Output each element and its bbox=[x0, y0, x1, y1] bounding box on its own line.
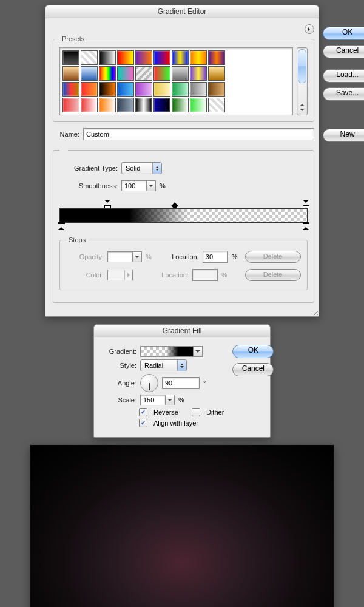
preset-swatch[interactable] bbox=[81, 50, 98, 65]
presets-scrollbar[interactable] bbox=[297, 47, 308, 115]
preset-swatch[interactable] bbox=[172, 50, 189, 65]
name-label: Name: bbox=[53, 131, 79, 138]
presets-flyout-icon[interactable] bbox=[305, 24, 314, 34]
preset-swatch[interactable] bbox=[99, 66, 116, 81]
smoothness-input[interactable] bbox=[121, 180, 156, 191]
dropdown-arrow-icon[interactable] bbox=[146, 180, 156, 191]
gradient-type-value: Solid bbox=[122, 164, 152, 172]
new-button[interactable]: New bbox=[323, 129, 364, 142]
preset-swatch[interactable] bbox=[153, 82, 170, 97]
preset-swatch[interactable] bbox=[135, 82, 152, 97]
preset-swatch[interactable] bbox=[62, 66, 79, 81]
smoothness-value[interactable] bbox=[121, 180, 146, 191]
opacity-value bbox=[107, 251, 132, 262]
cancel-button[interactable]: Cancel bbox=[323, 45, 364, 58]
delete-opacity-stop-button[interactable]: Delete bbox=[245, 251, 301, 263]
preset-swatch[interactable] bbox=[117, 50, 134, 65]
gradient-label: Gradient: bbox=[101, 348, 136, 355]
percent-label: % bbox=[160, 182, 166, 189]
degree-label: ° bbox=[203, 379, 206, 387]
opacity-location-input[interactable] bbox=[203, 251, 228, 263]
angle-input[interactable] bbox=[162, 377, 200, 389]
gradient-fill-title: Gradient Fill bbox=[94, 325, 270, 337]
save-button[interactable]: Save... bbox=[323, 87, 364, 101]
dropdown-arrow-icon[interactable] bbox=[193, 346, 203, 357]
presets-legend: Presets bbox=[59, 35, 87, 42]
preset-swatch[interactable] bbox=[208, 50, 225, 65]
gradient-editor-title: Gradient Editor bbox=[46, 5, 318, 18]
reverse-label: Reverse bbox=[153, 409, 178, 416]
opacity-label: Opacity: bbox=[66, 253, 104, 260]
preset-swatch[interactable] bbox=[135, 50, 152, 65]
gradient-type-group: x Gradient Type: Solid Smoothness: bbox=[53, 146, 314, 303]
preset-swatch[interactable] bbox=[117, 82, 134, 97]
preset-swatch[interactable] bbox=[81, 82, 98, 97]
preset-swatch[interactable] bbox=[208, 66, 225, 81]
gradient-picker[interactable] bbox=[140, 346, 203, 357]
preset-swatch[interactable] bbox=[153, 50, 170, 65]
preset-swatch[interactable] bbox=[190, 82, 207, 97]
name-input[interactable] bbox=[83, 128, 314, 140]
preset-swatch[interactable] bbox=[117, 98, 134, 112]
preset-swatch[interactable] bbox=[62, 98, 79, 112]
scroll-up-icon[interactable] bbox=[297, 100, 307, 107]
color-stop-left[interactable] bbox=[58, 223, 64, 230]
preset-swatch[interactable] bbox=[135, 66, 152, 81]
scale-input[interactable] bbox=[140, 395, 175, 405]
preset-swatch[interactable] bbox=[153, 66, 170, 81]
preset-swatch[interactable] bbox=[117, 66, 134, 81]
opacity-stop-left[interactable] bbox=[104, 200, 110, 207]
dither-label: Dither bbox=[206, 409, 224, 416]
gradient-fill-dialog: Gradient Fill Gradient: Style: Radial bbox=[93, 324, 271, 438]
preset-swatch[interactable] bbox=[190, 98, 207, 112]
color-stop-right[interactable] bbox=[303, 223, 309, 230]
color-location-input bbox=[192, 269, 218, 281]
gradient-bar[interactable] bbox=[59, 208, 308, 223]
preset-swatch[interactable] bbox=[190, 50, 207, 65]
delete-color-stop-button[interactable]: Delete bbox=[245, 269, 301, 281]
preset-swatch[interactable] bbox=[99, 50, 116, 65]
ok-button[interactable]: OK bbox=[323, 27, 364, 40]
preset-swatch[interactable] bbox=[62, 50, 79, 65]
percent-label: % bbox=[146, 253, 152, 260]
scrollbar-thumb[interactable] bbox=[298, 49, 306, 83]
gradient-editor-dialog: Gradient Editor Presets bbox=[45, 5, 319, 317]
reverse-checkbox[interactable] bbox=[139, 408, 147, 416]
chevron-right-icon bbox=[124, 270, 132, 280]
preset-swatch[interactable] bbox=[172, 82, 189, 97]
preset-swatch[interactable] bbox=[81, 98, 98, 112]
preset-swatch[interactable] bbox=[135, 98, 152, 112]
align-label: Align with layer bbox=[153, 419, 198, 427]
preset-swatch[interactable] bbox=[81, 66, 98, 81]
preset-swatch[interactable] bbox=[190, 66, 207, 81]
style-label: Style: bbox=[101, 362, 136, 369]
preset-swatch[interactable] bbox=[208, 98, 225, 112]
preset-swatch[interactable] bbox=[62, 82, 79, 97]
presets-grid bbox=[59, 47, 293, 115]
scale-value[interactable] bbox=[140, 395, 165, 405]
angle-dial[interactable] bbox=[140, 374, 158, 392]
gradient-ramp[interactable] bbox=[59, 196, 308, 232]
result-preview bbox=[30, 445, 334, 607]
preset-swatch[interactable] bbox=[172, 98, 189, 112]
resize-grip-icon[interactable] bbox=[314, 311, 318, 316]
gradient-type-select[interactable]: Solid bbox=[121, 162, 162, 174]
dropdown-arrow-icon[interactable] bbox=[165, 395, 175, 405]
scroll-down-icon[interactable] bbox=[297, 107, 307, 115]
align-checkbox[interactable] bbox=[139, 419, 147, 427]
preset-swatch[interactable] bbox=[153, 98, 170, 112]
ok-button[interactable]: OK bbox=[232, 345, 274, 358]
cancel-button[interactable]: Cancel bbox=[232, 363, 274, 376]
dither-checkbox[interactable] bbox=[192, 408, 200, 416]
gradient-type-label: Gradient Type: bbox=[59, 164, 118, 172]
scale-label: Scale: bbox=[101, 396, 136, 404]
angle-label: Angle: bbox=[101, 379, 136, 387]
style-select[interactable]: Radial bbox=[140, 359, 187, 371]
preset-swatch[interactable] bbox=[172, 66, 189, 81]
preset-swatch[interactable] bbox=[99, 98, 116, 112]
load-button[interactable]: Load... bbox=[323, 69, 364, 83]
percent-label: % bbox=[232, 253, 238, 260]
preset-swatch[interactable] bbox=[208, 82, 225, 97]
opacity-stop-right[interactable] bbox=[303, 200, 309, 207]
preset-swatch[interactable] bbox=[99, 82, 116, 97]
